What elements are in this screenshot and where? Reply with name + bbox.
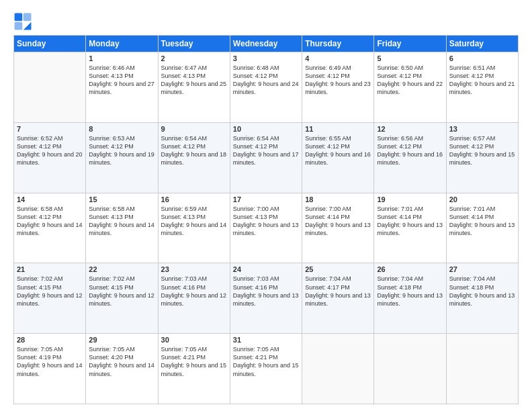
day-number: 22: [89, 265, 154, 273]
day-info: Sunrise: 6:55 AMSunset: 4:12 PMDaylight:…: [305, 134, 371, 167]
day-number: 14: [17, 195, 83, 203]
calendar-cell: 27Sunrise: 7:04 AMSunset: 4:18 PMDayligh…: [446, 263, 518, 334]
day-info: Sunrise: 6:59 AMSunset: 4:13 PMDaylight:…: [161, 205, 227, 238]
day-number: 20: [449, 195, 515, 203]
day-info: Sunrise: 7:01 AMSunset: 4:14 PMDaylight:…: [377, 205, 443, 238]
day-info: Sunrise: 6:54 AMSunset: 4:12 PMDaylight:…: [233, 134, 299, 167]
calendar-cell: 8Sunrise: 6:53 AMSunset: 4:12 PMDaylight…: [86, 122, 158, 193]
calendar-cell: 29Sunrise: 7:05 AMSunset: 4:20 PMDayligh…: [86, 334, 158, 404]
calendar-cell: 22Sunrise: 7:02 AMSunset: 4:15 PMDayligh…: [86, 263, 158, 334]
day-info: Sunrise: 7:04 AMSunset: 4:18 PMDaylight:…: [377, 275, 443, 308]
day-number: 13: [449, 125, 515, 133]
day-header-wednesday: Wednesday: [230, 36, 302, 52]
day-number: 1: [89, 54, 154, 62]
day-number: 2: [161, 54, 227, 62]
day-info: Sunrise: 7:01 AMSunset: 4:14 PMDaylight:…: [449, 205, 515, 238]
day-header-tuesday: Tuesday: [158, 36, 230, 52]
day-info: Sunrise: 6:54 AMSunset: 4:12 PMDaylight:…: [161, 134, 227, 167]
day-info: Sunrise: 7:03 AMSunset: 4:16 PMDaylight:…: [233, 275, 299, 308]
day-info: Sunrise: 7:05 AMSunset: 4:21 PMDaylight:…: [161, 345, 227, 378]
calendar-cell: 18Sunrise: 7:00 AMSunset: 4:14 PMDayligh…: [302, 193, 374, 263]
logo: [13, 12, 35, 31]
day-info: Sunrise: 6:56 AMSunset: 4:12 PMDaylight:…: [377, 134, 443, 167]
calendar-cell: [446, 334, 518, 404]
calendar-cell: 13Sunrise: 6:57 AMSunset: 4:12 PMDayligh…: [446, 122, 518, 193]
calendar-cell: 3Sunrise: 6:48 AMSunset: 4:12 PMDaylight…: [230, 52, 302, 123]
calendar-week-5: 28Sunrise: 7:05 AMSunset: 4:19 PMDayligh…: [14, 334, 519, 404]
day-info: Sunrise: 6:57 AMSunset: 4:12 PMDaylight:…: [449, 134, 515, 167]
day-number: 8: [89, 125, 154, 133]
day-info: Sunrise: 7:00 AMSunset: 4:13 PMDaylight:…: [233, 205, 299, 238]
calendar-cell: [302, 334, 374, 404]
day-header-sunday: Sunday: [14, 36, 86, 52]
calendar-cell: 1Sunrise: 6:46 AMSunset: 4:13 PMDaylight…: [86, 52, 158, 123]
calendar-cell: 12Sunrise: 6:56 AMSunset: 4:12 PMDayligh…: [374, 122, 446, 193]
logo-icon: [13, 12, 32, 31]
day-number: 4: [305, 54, 371, 62]
calendar-cell: 19Sunrise: 7:01 AMSunset: 4:14 PMDayligh…: [374, 193, 446, 263]
day-number: 12: [377, 125, 443, 133]
page: SundayMondayTuesdayWednesdayThursdayFrid…: [0, 0, 532, 411]
calendar-cell: 30Sunrise: 7:05 AMSunset: 4:21 PMDayligh…: [158, 334, 230, 404]
day-number: 21: [17, 265, 83, 273]
day-info: Sunrise: 6:47 AMSunset: 4:13 PMDaylight:…: [161, 64, 227, 97]
calendar-cell: [14, 52, 86, 123]
calendar-cell: 28Sunrise: 7:05 AMSunset: 4:19 PMDayligh…: [14, 334, 86, 404]
calendar-cell: 7Sunrise: 6:52 AMSunset: 4:12 PMDaylight…: [14, 122, 86, 193]
day-info: Sunrise: 7:05 AMSunset: 4:19 PMDaylight:…: [17, 345, 83, 378]
day-info: Sunrise: 6:48 AMSunset: 4:12 PMDaylight:…: [233, 64, 299, 97]
svg-rect-1: [24, 13, 32, 21]
day-header-friday: Friday: [374, 36, 446, 52]
day-info: Sunrise: 6:58 AMSunset: 4:13 PMDaylight:…: [89, 205, 154, 238]
calendar-cell: 17Sunrise: 7:00 AMSunset: 4:13 PMDayligh…: [230, 193, 302, 263]
calendar-cell: 9Sunrise: 6:54 AMSunset: 4:12 PMDaylight…: [158, 122, 230, 193]
day-info: Sunrise: 6:51 AMSunset: 4:12 PMDaylight:…: [449, 64, 515, 97]
svg-rect-0: [15, 13, 23, 21]
day-info: Sunrise: 7:00 AMSunset: 4:14 PMDaylight:…: [305, 205, 371, 238]
day-info: Sunrise: 7:05 AMSunset: 4:21 PMDaylight:…: [233, 345, 299, 378]
calendar-week-3: 14Sunrise: 6:58 AMSunset: 4:12 PMDayligh…: [14, 193, 519, 263]
day-number: 17: [233, 195, 299, 203]
calendar-cell: 4Sunrise: 6:49 AMSunset: 4:12 PMDaylight…: [302, 52, 374, 123]
day-number: 29: [89, 336, 154, 344]
day-number: 19: [377, 195, 443, 203]
header-row: SundayMondayTuesdayWednesdayThursdayFrid…: [14, 36, 519, 52]
day-number: 24: [233, 265, 299, 273]
day-info: Sunrise: 7:04 AMSunset: 4:18 PMDaylight:…: [449, 275, 515, 308]
calendar-cell: 2Sunrise: 6:47 AMSunset: 4:13 PMDaylight…: [158, 52, 230, 123]
day-number: 6: [449, 54, 515, 62]
calendar-cell: 26Sunrise: 7:04 AMSunset: 4:18 PMDayligh…: [374, 263, 446, 334]
day-info: Sunrise: 7:02 AMSunset: 4:15 PMDaylight:…: [17, 275, 83, 308]
day-info: Sunrise: 6:53 AMSunset: 4:12 PMDaylight:…: [89, 134, 154, 167]
calendar-cell: [374, 334, 446, 404]
calendar-header: SundayMondayTuesdayWednesdayThursdayFrid…: [14, 36, 519, 52]
day-number: 27: [449, 265, 515, 273]
day-number: 9: [161, 125, 227, 133]
day-number: 10: [233, 125, 299, 133]
day-number: 28: [17, 336, 83, 344]
day-info: Sunrise: 6:46 AMSunset: 4:13 PMDaylight:…: [89, 64, 154, 97]
day-info: Sunrise: 6:52 AMSunset: 4:12 PMDaylight:…: [17, 134, 83, 167]
calendar-cell: 16Sunrise: 6:59 AMSunset: 4:13 PMDayligh…: [158, 193, 230, 263]
day-number: 16: [161, 195, 227, 203]
calendar-cell: 25Sunrise: 7:04 AMSunset: 4:17 PMDayligh…: [302, 263, 374, 334]
day-header-saturday: Saturday: [446, 36, 518, 52]
day-info: Sunrise: 7:03 AMSunset: 4:16 PMDaylight:…: [161, 275, 227, 308]
calendar-table: SundayMondayTuesdayWednesdayThursdayFrid…: [13, 35, 519, 404]
calendar-cell: 11Sunrise: 6:55 AMSunset: 4:12 PMDayligh…: [302, 122, 374, 193]
calendar-cell: 15Sunrise: 6:58 AMSunset: 4:13 PMDayligh…: [86, 193, 158, 263]
calendar-week-4: 21Sunrise: 7:02 AMSunset: 4:15 PMDayligh…: [14, 263, 519, 334]
header: [13, 12, 519, 31]
calendar-cell: 5Sunrise: 6:50 AMSunset: 4:12 PMDaylight…: [374, 52, 446, 123]
day-number: 18: [305, 195, 371, 203]
day-number: 25: [305, 265, 371, 273]
calendar-week-2: 7Sunrise: 6:52 AMSunset: 4:12 PMDaylight…: [14, 122, 519, 193]
calendar-cell: 6Sunrise: 6:51 AMSunset: 4:12 PMDaylight…: [446, 52, 518, 123]
day-number: 7: [17, 125, 83, 133]
day-info: Sunrise: 6:49 AMSunset: 4:12 PMDaylight:…: [305, 64, 371, 97]
day-number: 11: [305, 125, 371, 133]
day-number: 31: [233, 336, 299, 344]
day-number: 30: [161, 336, 227, 344]
calendar-cell: 24Sunrise: 7:03 AMSunset: 4:16 PMDayligh…: [230, 263, 302, 334]
svg-rect-2: [15, 22, 23, 30]
